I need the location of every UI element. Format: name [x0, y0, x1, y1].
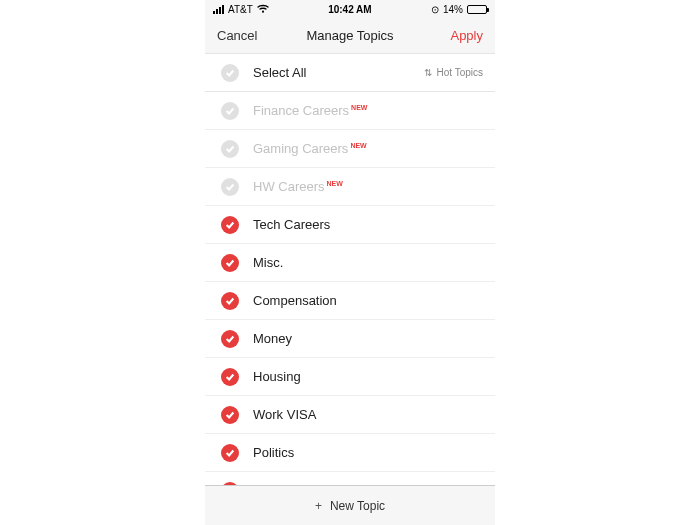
topic-row[interactable]: Housing [205, 358, 495, 396]
select-all-row[interactable]: Select All ⇅ Hot Topics [205, 54, 495, 92]
topic-row[interactable]: Relationships [205, 472, 495, 485]
topic-label: Politics [253, 445, 483, 460]
battery-icon [467, 5, 487, 14]
page-title: Manage Topics [306, 28, 393, 43]
check-icon[interactable] [221, 368, 239, 386]
nav-bar: Cancel Manage Topics Apply [205, 18, 495, 54]
topic-label: Relationships [253, 483, 483, 485]
plus-icon: + [315, 499, 322, 513]
apply-button[interactable]: Apply [423, 28, 483, 43]
check-icon[interactable] [221, 330, 239, 348]
new-topic-label: New Topic [330, 499, 385, 513]
check-icon[interactable] [221, 482, 239, 486]
signal-icon [213, 5, 224, 14]
wifi-icon [257, 4, 269, 15]
topic-row[interactable]: Gaming CareersNEW [205, 130, 495, 168]
topic-row[interactable]: Tech Careers [205, 206, 495, 244]
topic-row[interactable]: Misc. [205, 244, 495, 282]
topic-label: HW CareersNEW [253, 179, 483, 194]
topic-label: Housing [253, 369, 483, 384]
topic-label: Money [253, 331, 483, 346]
topic-label: Compensation [253, 293, 483, 308]
check-icon[interactable] [221, 178, 239, 196]
svg-point-0 [262, 10, 264, 12]
check-icon[interactable] [221, 140, 239, 158]
status-bar: AT&T 10:42 AM ⊙ 14% [205, 0, 495, 18]
check-icon[interactable] [221, 254, 239, 272]
status-right: ⊙ 14% [431, 4, 487, 15]
alarm-icon: ⊙ [431, 4, 439, 15]
topic-row[interactable]: Politics [205, 434, 495, 472]
topics-list[interactable]: Select All ⇅ Hot Topics Finance CareersN… [205, 54, 495, 485]
sort-icon: ⇅ [424, 67, 432, 78]
topic-label: Finance CareersNEW [253, 103, 483, 118]
topic-row[interactable]: Finance CareersNEW [205, 92, 495, 130]
check-icon[interactable] [221, 216, 239, 234]
topic-label: Misc. [253, 255, 483, 270]
battery-percent: 14% [443, 4, 463, 15]
topic-label: Work VISA [253, 407, 483, 422]
check-icon[interactable] [221, 406, 239, 424]
carrier-label: AT&T [228, 4, 253, 15]
select-all-label: Select All [253, 65, 424, 80]
topic-row[interactable]: Compensation [205, 282, 495, 320]
check-icon[interactable] [221, 292, 239, 310]
topic-label: Gaming CareersNEW [253, 141, 483, 156]
cancel-button[interactable]: Cancel [217, 28, 277, 43]
topic-label: Tech Careers [253, 217, 483, 232]
check-icon[interactable] [221, 444, 239, 462]
new-badge: NEW [351, 104, 367, 111]
new-badge: NEW [350, 142, 366, 149]
check-icon[interactable] [221, 64, 239, 82]
new-badge: NEW [327, 180, 343, 187]
status-time: 10:42 AM [328, 4, 372, 15]
check-icon[interactable] [221, 102, 239, 120]
hot-topics-label: Hot Topics [436, 67, 483, 78]
topic-row[interactable]: HW CareersNEW [205, 168, 495, 206]
topic-row[interactable]: Money [205, 320, 495, 358]
new-topic-button[interactable]: + New Topic [205, 485, 495, 525]
phone-frame: AT&T 10:42 AM ⊙ 14% Cancel Manage Topics… [205, 0, 495, 525]
hot-topics-button[interactable]: ⇅ Hot Topics [424, 67, 483, 78]
topic-row[interactable]: Work VISA [205, 396, 495, 434]
status-left: AT&T [213, 4, 269, 15]
